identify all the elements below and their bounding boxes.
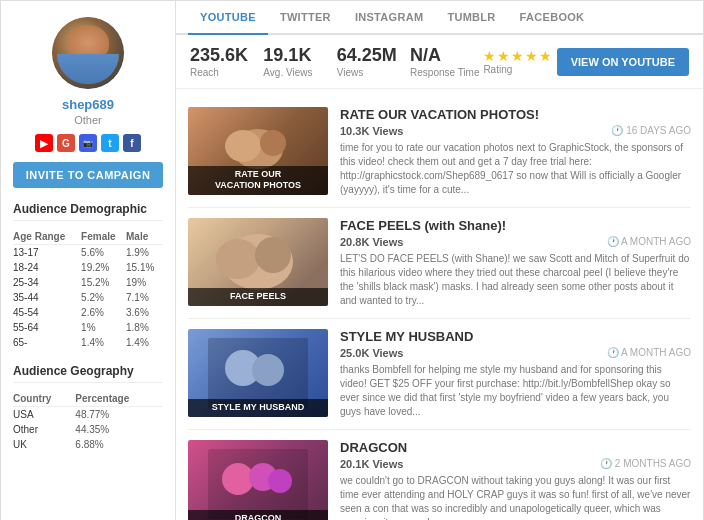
clock-icon: 🕐 — [607, 236, 619, 247]
thumb-label: DRAGCON — [188, 510, 328, 520]
video-age: 🕐 A MONTH AGO — [607, 347, 691, 359]
avg-views-value: 19.1K — [263, 45, 336, 66]
stat-avg-views: 19.1K Avg. Views — [263, 45, 336, 78]
video-title: STYLE MY HUSBAND — [340, 329, 691, 344]
demo-cell: 13-17 — [13, 245, 81, 261]
demo-col-female: Female — [81, 229, 126, 245]
demo-cell: 35-44 — [13, 290, 81, 305]
stat-rating: ★★★★★ Rating — [483, 48, 556, 75]
svg-point-12 — [268, 469, 292, 493]
demo-cell: 1% — [81, 320, 126, 335]
response-time-value: N/A — [410, 45, 483, 66]
response-time-label: Response Time — [410, 67, 483, 78]
geo-row: USA48.77% — [13, 407, 163, 423]
tab-instagram[interactable]: INSTAGRAM — [343, 1, 436, 35]
video-thumbnail[interactable]: DRAGCON — [188, 440, 328, 520]
demo-cell: 19% — [126, 275, 163, 290]
demo-row: 18-2419.2%15.1% — [13, 260, 163, 275]
rating-stars: ★★★★★ — [483, 48, 556, 64]
demo-cell: 55-64 — [13, 320, 81, 335]
geo-col-percentage: Percentage — [75, 391, 163, 407]
video-age: 🕐 A MONTH AGO — [607, 236, 691, 248]
svg-point-2 — [260, 130, 286, 156]
demo-row: 13-175.6%1.9% — [13, 245, 163, 261]
demo-col-age: Age Range — [13, 229, 81, 245]
demo-row: 45-542.6%3.6% — [13, 305, 163, 320]
tab-twitter[interactable]: TWITTER — [268, 1, 343, 35]
svg-point-8 — [252, 354, 284, 386]
invite-to-campaign-button[interactable]: INVITE TO CAMPAIGN — [13, 162, 163, 188]
thumb-label: FACE PEELS — [188, 288, 328, 306]
video-item: STYLE MY HUSBAND STYLE MY HUSBAND 25.0K … — [188, 319, 691, 430]
stats-bar: 235.6K Reach 19.1K Avg. Views 64.25M Vie… — [176, 35, 703, 89]
stat-response-time: N/A Response Time — [410, 45, 483, 78]
youtube-icon[interactable]: ▶ — [35, 134, 53, 152]
demo-cell: 19.2% — [81, 260, 126, 275]
clock-icon: 🕐 — [611, 125, 623, 136]
svg-point-1 — [225, 130, 261, 162]
twitter-icon[interactable]: t — [101, 134, 119, 152]
profile-type: Other — [13, 114, 163, 126]
demo-cell: 5.6% — [81, 245, 126, 261]
videos-list: RATE OURVACATION PHOTOS RATE OUR VACATIO… — [176, 89, 703, 520]
avatar-container — [13, 17, 163, 89]
instagram-icon[interactable]: 📷 — [79, 134, 97, 152]
audience-geo-title: Audience Geography — [13, 364, 163, 383]
video-description: we couldn't go to DRAGCON without taking… — [340, 474, 691, 520]
video-title: RATE OUR VACATION PHOTOS! — [340, 107, 691, 122]
video-views-row: 10.3K Views 🕐 16 DAYS AGO — [340, 125, 691, 137]
platform-tabs: YOUTUBETWITTERINSTAGRAMTUMBLRFACEBOOK — [176, 1, 703, 35]
audience-demo-title: Audience Demographic — [13, 202, 163, 221]
google-icon[interactable]: G — [57, 134, 75, 152]
video-views: 25.0K Views — [340, 347, 403, 359]
views-value: 64.25M — [337, 45, 410, 66]
views-label: Views — [337, 67, 410, 78]
audience-demo-table: Age Range Female Male 13-175.6%1.9%18-24… — [13, 229, 163, 350]
sidebar: shep689 Other ▶ G 📷 t f INVITE TO CAMPAI… — [1, 1, 176, 520]
video-views-row: 25.0K Views 🕐 A MONTH AGO — [340, 347, 691, 359]
audience-geo-table: Country Percentage USA48.77%Other44.35%U… — [13, 391, 163, 452]
geo-cell: UK — [13, 437, 75, 452]
tab-facebook[interactable]: FACEBOOK — [508, 1, 597, 35]
tab-youtube[interactable]: YOUTUBE — [188, 1, 268, 35]
clock-icon: 🕐 — [600, 458, 612, 469]
video-views-row: 20.8K Views 🕐 A MONTH AGO — [340, 236, 691, 248]
video-description: thanks Bombfell for helping me style my … — [340, 363, 691, 419]
geo-row: UK6.88% — [13, 437, 163, 452]
video-age: 🕐 16 DAYS AGO — [611, 125, 691, 137]
video-views-row: 20.1K Views 🕐 2 MONTHS AGO — [340, 458, 691, 470]
reach-value: 235.6K — [190, 45, 263, 66]
demo-cell: 15.2% — [81, 275, 126, 290]
view-on-youtube-button[interactable]: VIEW ON YOUTUBE — [557, 48, 689, 76]
geo-cell: 44.35% — [75, 422, 163, 437]
video-thumbnail[interactable]: RATE OURVACATION PHOTOS — [188, 107, 328, 195]
video-views: 20.1K Views — [340, 458, 403, 470]
demo-row: 25-3415.2%19% — [13, 275, 163, 290]
stat-views: 64.25M Views — [337, 45, 410, 78]
video-thumbnail[interactable]: STYLE MY HUSBAND — [188, 329, 328, 417]
video-title: FACE PEELS (with Shane)! — [340, 218, 691, 233]
video-thumbnail[interactable]: FACE PEELS — [188, 218, 328, 306]
reach-label: Reach — [190, 67, 263, 78]
demo-cell: 7.1% — [126, 290, 163, 305]
video-age: 🕐 2 MONTHS AGO — [600, 458, 691, 470]
tab-tumblr[interactable]: TUMBLR — [435, 1, 507, 35]
demo-cell: 1.4% — [126, 335, 163, 350]
facebook-icon[interactable]: f — [123, 134, 141, 152]
geo-cell: Other — [13, 422, 75, 437]
svg-point-5 — [255, 237, 291, 273]
demo-cell: 5.2% — [81, 290, 126, 305]
demo-cell: 65- — [13, 335, 81, 350]
geo-col-country: Country — [13, 391, 75, 407]
geo-cell: USA — [13, 407, 75, 423]
demo-cell: 2.6% — [81, 305, 126, 320]
video-views: 10.3K Views — [340, 125, 403, 137]
thumb-label: STYLE MY HUSBAND — [188, 399, 328, 417]
main-content: YOUTUBETWITTERINSTAGRAMTUMBLRFACEBOOK 23… — [176, 1, 703, 520]
demo-cell: 18-24 — [13, 260, 81, 275]
video-views: 20.8K Views — [340, 236, 403, 248]
avg-views-label: Avg. Views — [263, 67, 336, 78]
social-icons-row: ▶ G 📷 t f — [13, 134, 163, 152]
demo-cell: 3.6% — [126, 305, 163, 320]
avatar — [52, 17, 124, 89]
